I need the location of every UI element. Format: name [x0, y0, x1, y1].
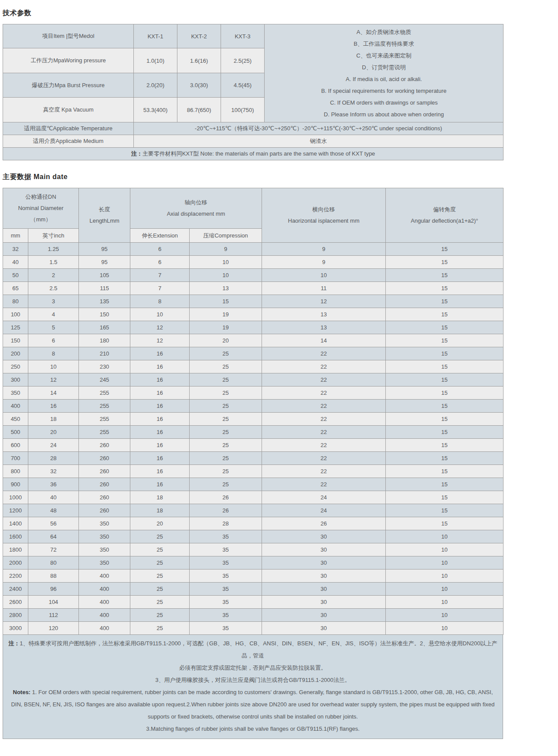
cell: 245 — [79, 373, 130, 386]
cell: 95 — [79, 243, 130, 256]
cell: 255 — [79, 413, 130, 426]
cell: 25 — [130, 530, 190, 543]
vacuum-kxt2: 86.7(650) — [177, 98, 221, 122]
cell: 18 — [130, 504, 190, 517]
cell: 135 — [79, 295, 130, 308]
cell: 30 — [262, 543, 386, 556]
cell: 50 — [3, 269, 28, 282]
cell: 200 — [3, 347, 28, 360]
cell: 25 — [130, 583, 190, 596]
cell: 22 — [262, 386, 386, 400]
cell: 35 — [190, 583, 262, 596]
tech-params-table: 项目Item |型号Medol KXT-1 KXT-2 KXT-3 A、如介质钢… — [3, 24, 504, 160]
burst-pressure-kxt3: 4.5(45) — [221, 73, 265, 98]
table-row: 14005635020282615 — [3, 517, 504, 530]
table-row: 3001224516252215 — [3, 373, 504, 386]
table-row: 22008840025353010 — [3, 570, 504, 583]
subheader-inch: 英寸inch — [28, 229, 79, 243]
table-row: 10004026018262415 — [3, 491, 504, 504]
cell: 15 — [386, 256, 504, 269]
cell: 2 — [28, 269, 79, 282]
table-row: 适用温度℃Applicable Temperature -20℃~+115℃（特… — [3, 122, 504, 135]
cell: 10 — [130, 308, 190, 321]
cell: 150 — [3, 334, 28, 347]
cell: 10 — [386, 583, 504, 596]
note-line: Notes: 1. For OEM orders with special re… — [7, 686, 498, 698]
cell: 22 — [262, 426, 386, 439]
table-row: 4501825516252215 — [3, 413, 504, 426]
cell: 40 — [28, 491, 79, 504]
cell: 15 — [386, 347, 504, 360]
cell: 16 — [130, 373, 190, 386]
cell: 260 — [79, 439, 130, 452]
cell: 300 — [3, 373, 28, 386]
cell: 6 — [130, 243, 190, 256]
cell: 500 — [3, 426, 28, 439]
cell: 210 — [79, 347, 130, 360]
cell: 20 — [28, 426, 79, 439]
cell: 1400 — [3, 517, 28, 530]
cell: 15 — [386, 478, 504, 491]
cell: 2800 — [3, 609, 28, 622]
cell: 100 — [3, 308, 28, 321]
cell: 13 — [262, 308, 386, 321]
cell: 35 — [190, 530, 262, 543]
table-row: 200821016252215 — [3, 347, 504, 360]
temperature-label: 适用温度℃Applicable Temperature — [3, 122, 134, 135]
cell: 16 — [130, 386, 190, 400]
cell: 260 — [79, 478, 130, 491]
cell: 8 — [130, 295, 190, 308]
vacuum-kxt1: 53.3(400) — [134, 98, 177, 122]
cell: 22 — [262, 478, 386, 491]
cell: 15 — [386, 321, 504, 334]
note-line: 注：1、特殊要求可按用户图纸制作，法兰标准采用GB/T9115.1-2000，可… — [7, 637, 498, 662]
cell: 255 — [79, 386, 130, 400]
table-row: 401.595610915 — [3, 256, 504, 269]
cell: 350 — [3, 386, 28, 400]
cell: 65 — [3, 282, 28, 295]
temperature-value: -20℃~+115℃（特殊可达-30℃~+250℃）-20℃~+115℃(-30… — [134, 122, 504, 135]
table-row: 8031358151215 — [3, 295, 504, 308]
table-row: 300012040025353010 — [3, 622, 504, 635]
cell: 9 — [262, 256, 386, 269]
cell: 80 — [28, 556, 79, 570]
cell: 2600 — [3, 596, 28, 609]
cell: 260 — [79, 465, 130, 478]
cell: 3 — [28, 295, 79, 308]
tech-table-note: 注：主要零件材料同KXT型 Note: the materials of mai… — [3, 148, 504, 160]
cell: 15 — [386, 491, 504, 504]
cell: 30 — [262, 570, 386, 583]
cell: 22 — [262, 439, 386, 452]
cell: 350 — [79, 543, 130, 556]
cell: 15 — [386, 386, 504, 400]
cell: 15 — [386, 334, 504, 347]
note-line: C. If OEM orders with drawings or sample… — [267, 97, 500, 108]
header-angular-deflection: 偏转角度 Angular deflection(a1+a2)° — [386, 188, 504, 243]
cell: 120 — [28, 622, 79, 635]
table-row: 652.51157131115 — [3, 282, 504, 295]
cell: 10 — [386, 556, 504, 570]
cell: 255 — [79, 400, 130, 413]
cell: 88 — [28, 570, 79, 583]
cell: 10 — [386, 543, 504, 556]
cell: 12 — [28, 373, 79, 386]
cell: 30 — [262, 556, 386, 570]
cell: 5 — [28, 321, 79, 334]
cell: 400 — [3, 400, 28, 413]
cell: 25 — [130, 543, 190, 556]
cell: 700 — [3, 452, 28, 465]
cell: 22 — [262, 413, 386, 426]
cell: 25 — [130, 556, 190, 570]
spec-page: 技术参数 项目Item |型号Medol KXT-1 KXT-2 KXT-3 A… — [3, 0, 504, 739]
cell: 25 — [190, 400, 262, 413]
table-row: 321.259569915 — [3, 243, 504, 256]
cell: 80 — [3, 295, 28, 308]
main-data-body: 321.259569915401.59561091550210571010156… — [3, 243, 504, 635]
cell: 8 — [28, 347, 79, 360]
medium-value: 钢渣水 — [134, 135, 504, 148]
cell: 25 — [190, 439, 262, 452]
cell: 180 — [79, 334, 130, 347]
header-line: 横向位移 — [264, 204, 384, 215]
cell: 15 — [386, 400, 504, 413]
cell: 350 — [79, 530, 130, 543]
